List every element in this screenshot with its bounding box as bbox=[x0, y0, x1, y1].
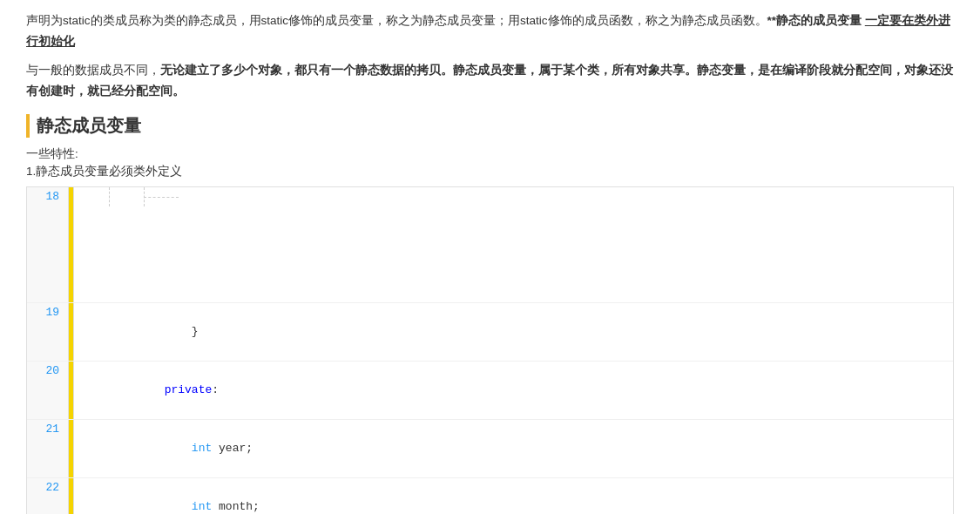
code-line-19: 19 } bbox=[27, 303, 953, 362]
line-num-20: 20 bbox=[27, 362, 69, 419]
intro-paragraph-2: 与一般的数据成员不同，无论建立了多少个对象，都只有一个静态数据的拷贝。静态成员变… bbox=[26, 60, 954, 101]
line-num-19: 19 bbox=[27, 303, 69, 361]
intro-text-part2-pre: 与一般的数据成员不同， bbox=[26, 64, 160, 77]
code-line-22: 22 int month; bbox=[27, 478, 953, 515]
line-num-18: 18 bbox=[27, 187, 69, 302]
features-line2: 1.静态成员变量必须类外定义 bbox=[26, 164, 954, 179]
line-num-22: 22 bbox=[27, 478, 69, 515]
intro-paragraph-1: 声明为static的类成员称为类的静态成员，用static修饰的成员变量，称之为… bbox=[26, 10, 954, 51]
line-num-21: 21 bbox=[27, 420, 69, 477]
line-content-20: private: bbox=[74, 362, 953, 419]
code-block: 18 19 } 20 private: bbox=[26, 186, 954, 515]
kw-int-22: int bbox=[192, 500, 212, 513]
intro-text-part1: 声明为static的类成员称为类的静态成员，用static修饰的成员变量，称之为… bbox=[26, 14, 767, 27]
line-content-21: int year; bbox=[74, 420, 953, 477]
line-content-19: } bbox=[74, 303, 953, 361]
section-title: 静态成员变量 bbox=[26, 114, 954, 138]
intro-bold-2: 无论建立了多少个对象，都只有一个静态数据的拷贝。静态成员变量，属于某个类，所有对… bbox=[26, 64, 953, 98]
line-content-18 bbox=[74, 187, 953, 302]
code-line-21: 21 int year; bbox=[27, 420, 953, 478]
line-content-22: int month; bbox=[74, 478, 953, 515]
code-line-18: 18 bbox=[27, 187, 953, 303]
kw-private: private bbox=[137, 383, 212, 396]
features-line1: 一些特性: bbox=[26, 146, 954, 162]
kw-int-21: int bbox=[192, 442, 212, 455]
page-container: 声明为static的类成员称为类的静态成员，用static修饰的成员变量，称之为… bbox=[0, 0, 980, 514]
code-line-20: 20 private: bbox=[27, 362, 953, 420]
